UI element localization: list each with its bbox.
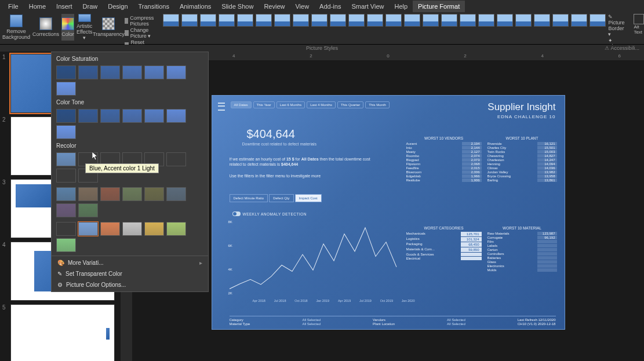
tab-design[interactable]: Design [103, 1, 133, 12]
artistic-effects-button[interactable]: Artistic Effects ▾ [77, 14, 92, 41]
date-pill[interactable]: This Month [365, 101, 390, 108]
picture-style-preset[interactable] [311, 14, 328, 27]
color-swatch[interactable] [78, 187, 98, 201]
picture-color-options-item[interactable]: ⚙Picture Color Options... [52, 279, 208, 290]
tab-smart-view[interactable]: Smart View [346, 1, 389, 12]
picture-style-preset[interactable] [552, 14, 569, 27]
color-swatch[interactable] [166, 109, 186, 123]
picture-styles-gallery[interactable] [163, 14, 606, 27]
picture-border-button[interactable]: ✎ Picture Border ▾ [608, 14, 624, 37]
color-swatch[interactable] [56, 169, 76, 183]
color-swatch[interactable] [122, 222, 142, 236]
picture-style-preset[interactable] [385, 14, 402, 27]
color-swatch[interactable] [56, 152, 76, 166]
color-swatch[interactable] [100, 65, 120, 79]
color-swatch[interactable] [144, 187, 164, 201]
picture-style-preset[interactable] [348, 14, 365, 27]
picture-style-preset[interactable] [274, 14, 290, 27]
color-swatch[interactable] [56, 125, 76, 139]
tab-file[interactable]: File [3, 1, 24, 12]
picture-style-preset[interactable] [441, 14, 457, 27]
slide-content[interactable]: All DatesThis YearLast 6 MonthsLast 4 Mo… [212, 95, 565, 330]
picture-style-preset[interactable] [181, 14, 198, 27]
color-swatch[interactable] [122, 109, 142, 123]
picture-style-preset[interactable] [423, 14, 439, 27]
transparency-button[interactable]: Transparency [94, 14, 122, 41]
picture-style-preset[interactable] [219, 14, 235, 27]
picture-style-preset[interactable] [367, 14, 383, 27]
tab-help[interactable]: Help [389, 1, 413, 12]
date-pill[interactable]: Last 4 Months [307, 101, 336, 108]
slide-canvas[interactable]: All DatesThis YearLast 6 MonthsLast 4 Mo… [132, 60, 644, 361]
tab-slide-show[interactable]: Slide Show [216, 1, 259, 12]
metric-tab[interactable]: Defect Qty [269, 194, 293, 202]
accessibility-button[interactable]: ⚠ Accessibili... [605, 45, 639, 51]
hamburger-icon[interactable] [218, 103, 225, 111]
date-pill[interactable]: This Year [253, 101, 275, 108]
picture-style-preset[interactable] [478, 14, 494, 27]
picture-style-preset[interactable] [256, 14, 272, 27]
color-swatch[interactable] [166, 222, 186, 236]
color-swatch[interactable] [166, 65, 186, 79]
color-swatch[interactable] [122, 65, 142, 79]
color-swatch[interactable] [56, 109, 76, 123]
tab-transitions[interactable]: Transitions [133, 1, 174, 12]
color-swatch[interactable] [144, 109, 164, 123]
color-swatch[interactable] [56, 203, 76, 217]
picture-style-preset[interactable] [534, 14, 550, 27]
tab-draw[interactable]: Draw [78, 1, 103, 12]
date-pill[interactable]: This Quarter [337, 101, 363, 108]
tab-add-ins[interactable]: Add-ins [314, 1, 346, 12]
color-button[interactable]: Color [61, 14, 74, 41]
color-swatch[interactable] [78, 109, 98, 123]
picture-style-preset[interactable] [497, 14, 513, 27]
color-swatch[interactable] [144, 222, 164, 236]
color-swatch[interactable] [166, 152, 186, 166]
set-transparent-color-item[interactable]: ✎Set Transparent Color [52, 268, 208, 279]
picture-style-preset[interactable] [515, 14, 532, 27]
compress-pictures-button[interactable]: Compress Pictures [125, 15, 156, 27]
color-swatch[interactable] [122, 187, 142, 201]
more-variations-item[interactable]: 🎨More Variati...▸ [52, 257, 208, 268]
picture-style-preset[interactable] [404, 14, 420, 27]
picture-style-preset[interactable] [163, 14, 179, 27]
metric-tab[interactable]: Defect Minute Ratio [230, 194, 268, 202]
color-swatch[interactable] [56, 65, 76, 79]
color-swatch[interactable] [56, 238, 76, 252]
color-swatch[interactable] [56, 82, 76, 96]
color-swatch[interactable] [100, 187, 120, 201]
anomaly-toggle[interactable]: WEEKLY ANOMALY DETECTION [232, 212, 307, 217]
corrections-button[interactable]: Corrections [32, 14, 59, 41]
tab-picture-format[interactable]: Picture Format [413, 1, 465, 12]
picture-style-preset[interactable] [460, 14, 476, 27]
color-swatch[interactable] [100, 109, 120, 123]
color-swatch[interactable] [78, 203, 98, 217]
color-dropdown[interactable]: Color Saturation Color Tone Recolor 🎨Mor… [51, 52, 209, 292]
metric-tab[interactable]: Impact Cost [295, 194, 322, 202]
tab-insert[interactable]: Insert [51, 1, 78, 12]
tab-home[interactable]: Home [24, 1, 51, 12]
color-swatch[interactable] [56, 222, 76, 236]
tab-animations[interactable]: Animations [174, 1, 216, 12]
picture-style-preset[interactable] [293, 14, 309, 27]
date-pill[interactable]: Last 6 Months [276, 101, 305, 108]
slide-thumb-5[interactable] [10, 304, 115, 361]
tab-review[interactable]: Review [259, 1, 290, 12]
alt-text-button[interactable]: Alt Text [634, 14, 644, 35]
tab-view[interactable]: View [290, 1, 314, 12]
picture-style-preset[interactable] [571, 14, 587, 27]
picture-style-preset[interactable] [590, 14, 606, 27]
recolor-header: Recolor [52, 141, 208, 150]
color-swatch[interactable] [78, 65, 98, 79]
color-swatch[interactable] [56, 187, 76, 201]
remove-background-button[interactable]: Remove Background [2, 14, 30, 41]
color-swatch[interactable] [78, 222, 98, 236]
color-swatch[interactable] [144, 65, 164, 79]
change-picture-button[interactable]: Change Picture ▾ [125, 27, 156, 39]
color-swatch[interactable] [100, 222, 120, 236]
picture-style-preset[interactable] [200, 14, 216, 27]
date-pill[interactable]: All Dates [231, 101, 252, 108]
color-swatch[interactable] [166, 187, 186, 201]
picture-style-preset[interactable] [237, 14, 253, 27]
picture-style-preset[interactable] [330, 14, 346, 27]
